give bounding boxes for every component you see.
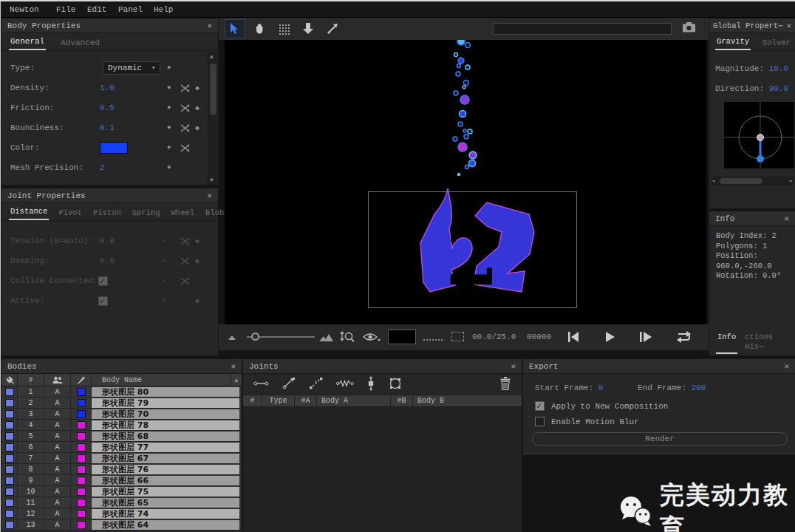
row-color-swatch[interactable] xyxy=(71,386,92,397)
diamond-icon[interactable]: ◆ xyxy=(195,83,199,92)
body-properties-scrollbar[interactable]: ▲ ▼ xyxy=(208,52,217,185)
row-color-swatch[interactable] xyxy=(71,409,92,419)
scroll-down-icon[interactable]: ▼ xyxy=(236,524,239,531)
row-color-swatch[interactable] xyxy=(71,442,92,452)
table-row[interactable]: 13A形状图层 64 xyxy=(1,519,242,531)
tab-spring[interactable]: Spring xyxy=(131,206,162,220)
fit-zoom-icon[interactable] xyxy=(340,331,355,344)
background-color-swatch[interactable] xyxy=(388,330,416,344)
direction-value[interactable]: 90.0 xyxy=(769,84,788,93)
row-body-name[interactable]: 形状图层 70 xyxy=(92,409,242,419)
row-tag-swatch[interactable] xyxy=(1,420,18,430)
export-titlebar[interactable]: Export ✕ xyxy=(523,359,795,374)
end-frame-value[interactable]: 200 xyxy=(692,383,706,392)
close-icon[interactable]: ✕ xyxy=(207,191,212,200)
row-group[interactable]: A xyxy=(44,464,71,474)
table-row[interactable]: 6A形状图层 77 xyxy=(1,442,242,453)
global-properties-hscrollbar[interactable]: ◂ ▸ xyxy=(711,177,794,185)
tab-gravity[interactable]: Gravity xyxy=(715,35,751,50)
row-group[interactable]: A xyxy=(44,519,71,530)
menu-panel[interactable]: Panel xyxy=(118,5,154,14)
start-frame-value[interactable]: 0 xyxy=(598,383,604,392)
table-row[interactable]: 1A形状图层 80 xyxy=(1,386,242,398)
scroll-up-icon[interactable]: ▲ xyxy=(231,374,242,386)
table-row[interactable]: 3A形状图层 70 xyxy=(1,409,242,420)
row-group[interactable]: A xyxy=(44,453,71,463)
viewport[interactable]: 2 xyxy=(225,40,706,324)
row-color-swatch[interactable] xyxy=(71,486,92,497)
scroll-left-icon[interactable]: ◂ xyxy=(712,177,715,184)
number-column-header[interactable]: # xyxy=(18,374,44,386)
row-group[interactable]: A xyxy=(44,497,71,508)
joints-titlebar[interactable]: Joints ✕ xyxy=(243,359,522,374)
blob-joint-icon[interactable] xyxy=(388,376,403,393)
row-tag-swatch[interactable] xyxy=(1,475,18,485)
shape-layer[interactable]: 2 xyxy=(363,186,584,319)
joints-col-type[interactable]: Type xyxy=(262,395,295,406)
row-body-name[interactable]: 形状图层 78 xyxy=(92,420,242,430)
wheel-joint-icon[interactable] xyxy=(366,376,375,393)
tab-distance[interactable]: Distance xyxy=(9,205,49,220)
row-group[interactable]: A xyxy=(44,442,71,452)
render-button[interactable]: Render xyxy=(532,432,788,446)
pivot-joint-icon[interactable] xyxy=(282,377,296,392)
table-row[interactable]: 5A形状图层 68 xyxy=(1,431,242,442)
table-row[interactable]: 8A形状图层 76 xyxy=(1,464,242,475)
tab-info[interactable]: Info xyxy=(716,330,737,354)
row-color-swatch[interactable] xyxy=(71,508,92,519)
row-tag-swatch[interactable] xyxy=(1,508,18,519)
joints-table-body[interactable] xyxy=(243,407,522,532)
row-tag-swatch[interactable] xyxy=(1,386,18,397)
zoom-in-mountain-icon[interactable] xyxy=(319,333,334,342)
grid-tool-button[interactable] xyxy=(273,19,294,38)
group-column-icon[interactable] xyxy=(44,374,71,386)
row-group[interactable]: A xyxy=(44,398,71,408)
tab-piston[interactable]: Piston xyxy=(92,206,123,220)
row-body-name[interactable]: 形状图层 80 xyxy=(92,386,242,397)
body-name-column-header[interactable]: Body Name xyxy=(92,374,231,386)
keyframe-dot-icon[interactable]: ● xyxy=(167,144,171,151)
row-tag-swatch[interactable] xyxy=(1,486,18,497)
magnitude-value[interactable]: 10.0 xyxy=(769,64,788,73)
close-icon[interactable]: ✕ xyxy=(786,21,791,30)
menu-newton[interactable]: Newton xyxy=(10,5,56,14)
body-properties-titlebar[interactable]: Body Properties ✕ xyxy=(1,18,218,33)
tab-solver[interactable]: Solver xyxy=(761,36,792,50)
row-tag-swatch[interactable] xyxy=(1,464,18,474)
keyframe-dot-icon[interactable]: ● xyxy=(167,164,171,171)
row-color-swatch[interactable] xyxy=(71,398,92,408)
tag-column-icon[interactable] xyxy=(1,374,18,386)
joint-properties-titlebar[interactable]: Joint Properties ✕ xyxy=(1,188,218,203)
row-tag-swatch[interactable] xyxy=(1,453,18,463)
menu-help[interactable]: Help xyxy=(154,5,173,14)
table-row[interactable]: 10A形状图层 75 xyxy=(1,486,242,497)
row-body-name[interactable]: 形状图层 67 xyxy=(92,453,242,463)
table-row[interactable]: 2A形状图层 79 xyxy=(1,398,242,409)
tab-advanced[interactable]: Advanced xyxy=(59,36,101,50)
row-body-name[interactable]: 形状图层 68 xyxy=(92,431,242,441)
randomize-icon[interactable] xyxy=(180,104,190,112)
row-group[interactable]: A xyxy=(44,475,71,485)
row-color-swatch[interactable] xyxy=(71,464,92,474)
keyframe-dot-icon[interactable]: ● xyxy=(167,84,171,92)
zoom-out-mountain-icon[interactable] xyxy=(228,335,236,341)
close-icon[interactable]: ✕ xyxy=(207,21,212,30)
row-body-name[interactable]: 形状图层 76 xyxy=(92,464,242,474)
randomize-icon[interactable] xyxy=(180,84,190,92)
diamond-icon[interactable]: ◆ xyxy=(195,103,199,112)
row-color-swatch[interactable] xyxy=(71,497,92,508)
joints-col-a-num[interactable]: #A xyxy=(295,395,317,406)
viewport-search-input[interactable] xyxy=(493,23,672,35)
row-body-name[interactable]: 形状图层 77 xyxy=(92,442,242,452)
color-swatch[interactable] xyxy=(100,142,128,154)
tab-blob[interactable]: Blob xyxy=(204,206,225,220)
skip-to-start-button[interactable] xyxy=(568,332,579,342)
close-icon[interactable]: ✕ xyxy=(784,361,789,371)
row-color-swatch[interactable] xyxy=(71,519,92,530)
type-dropdown[interactable]: Dynamic ▼ xyxy=(103,61,160,75)
apply-to-new-composition-checkbox[interactable] xyxy=(535,401,545,411)
spring-joint-icon[interactable] xyxy=(336,378,354,391)
dotted-line-style-icon[interactable] xyxy=(423,339,443,341)
distance-joint-icon[interactable] xyxy=(253,378,269,392)
row-group[interactable]: A xyxy=(44,486,71,497)
